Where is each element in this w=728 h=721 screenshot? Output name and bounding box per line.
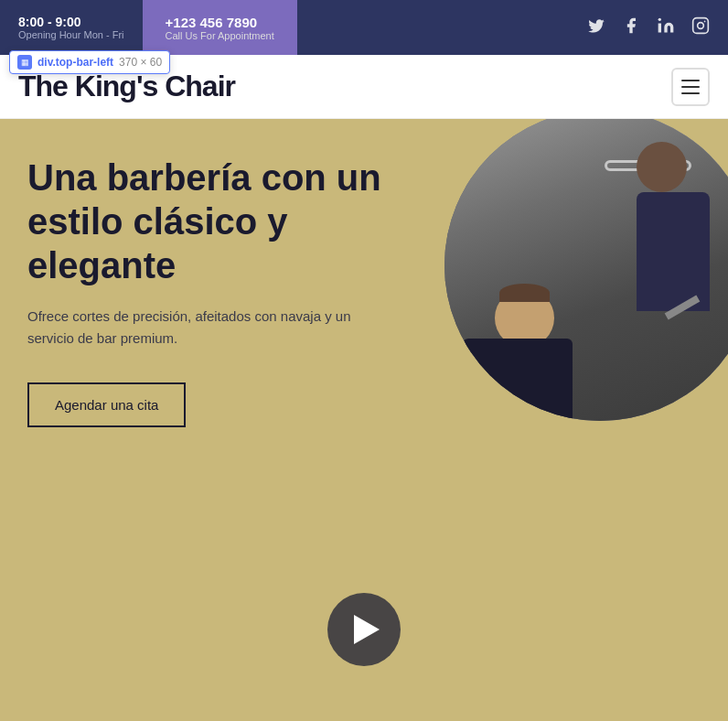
svg-point-0 bbox=[658, 17, 661, 20]
cta-button[interactable]: Agendar una cita bbox=[27, 382, 186, 427]
social-links bbox=[569, 0, 728, 55]
hamburger-button[interactable] bbox=[671, 68, 710, 106]
hours-label: Opening Hour Mon - Fri bbox=[18, 29, 124, 40]
hours-value: 8:00 - 9:00 bbox=[18, 15, 124, 29]
hamburger-line-2 bbox=[681, 86, 700, 88]
hamburger-line-3 bbox=[681, 92, 700, 94]
hero-subtext: Ofrece cortes de precisión, afeitados co… bbox=[27, 306, 393, 350]
dev-dims: 370 × 60 bbox=[119, 56, 162, 69]
svg-point-3 bbox=[704, 20, 706, 22]
phone-info[interactable]: +123 456 7890 Call Us For Appointment bbox=[143, 0, 297, 55]
hamburger-line-1 bbox=[681, 80, 700, 81]
barber-head bbox=[637, 142, 687, 192]
instagram-icon[interactable] bbox=[691, 16, 710, 39]
barber-body bbox=[637, 192, 710, 311]
hero-image bbox=[444, 119, 728, 421]
hours-info: 8:00 - 9:00 Opening Hour Mon - Fri bbox=[0, 0, 143, 55]
phone-value: +123 456 7890 bbox=[166, 15, 274, 30]
dev-icon: ▦ bbox=[17, 55, 32, 70]
phone-label: Call Us For Appointment bbox=[166, 30, 274, 41]
brand-name: The King's Chair bbox=[18, 70, 235, 103]
svg-point-2 bbox=[698, 22, 704, 28]
svg-rect-1 bbox=[693, 17, 709, 33]
client-hair bbox=[499, 284, 550, 302]
linkedin-icon[interactable] bbox=[657, 16, 675, 39]
play-triangle-icon bbox=[354, 615, 380, 644]
hero-text-section: Una barbería con un estilo clásico y ele… bbox=[27, 156, 393, 427]
facebook-icon[interactable] bbox=[622, 16, 640, 39]
hero-heading: Una barbería con un estilo clásico y ele… bbox=[27, 156, 393, 287]
twitter-icon[interactable] bbox=[587, 16, 605, 39]
client-body bbox=[463, 339, 573, 421]
dev-tag: div.top-bar-left bbox=[37, 56, 113, 69]
dev-tooltip: ▦ div.top-bar-left 370 × 60 bbox=[9, 50, 170, 74]
play-button[interactable] bbox=[327, 593, 401, 666]
hero-section: Una barbería con un estilo clásico y ele… bbox=[0, 119, 728, 721]
top-bar-left: 8:00 - 9:00 Opening Hour Mon - Fri +123 … bbox=[0, 0, 297, 55]
top-bar: 8:00 - 9:00 Opening Hour Mon - Fri +123 … bbox=[0, 0, 728, 55]
